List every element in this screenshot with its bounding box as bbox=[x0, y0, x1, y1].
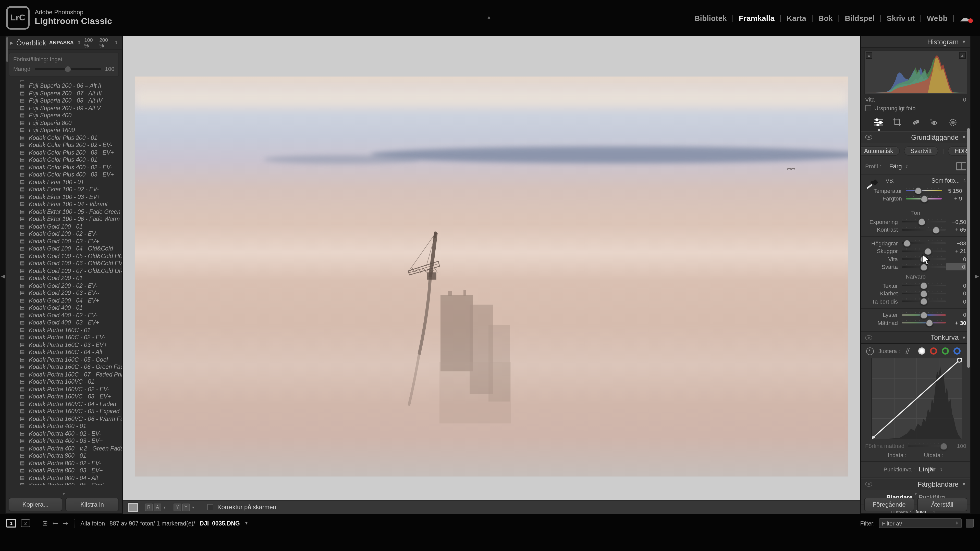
soft-proof-checkbox[interactable] bbox=[207, 504, 213, 510]
slider-value[interactable]: −0,50 bbox=[946, 219, 966, 225]
slider-value[interactable]: 5 150 bbox=[942, 188, 962, 194]
slider-track[interactable] bbox=[902, 293, 946, 294]
slider-track[interactable] bbox=[902, 251, 946, 252]
preset-item[interactable]: ▤ Kodak Gold 100 - 05 - Old&Cold HC bbox=[6, 252, 122, 260]
preset-item[interactable]: ▤ Kodak Color Plus 200 - 03 - EV+ bbox=[6, 149, 122, 156]
highlight-clipping-icon[interactable]: ▲ bbox=[959, 52, 966, 59]
shadow-clipping-icon[interactable]: ▲ bbox=[865, 52, 872, 59]
preset-item[interactable]: ▤ Fuji Superia 200 - 07 - Alt III bbox=[6, 89, 122, 97]
navigator-expand-icon[interactable]: ▶ bbox=[10, 40, 13, 45]
slider-thumb[interactable] bbox=[918, 219, 925, 226]
left-panel-collapse-icon[interactable]: ◀ bbox=[1, 273, 5, 279]
preset-item[interactable]: ▤ Kodak Portra 400 - 01 bbox=[6, 422, 122, 430]
panel-toggle-eye-icon[interactable] bbox=[865, 335, 872, 340]
slider-track[interactable] bbox=[902, 243, 946, 244]
preset-item[interactable]: ▤ Kodak Ektar 100 - 05 - Fade Green bbox=[6, 208, 122, 215]
preset-item[interactable]: ▤ Kodak Gold 100 - 03 - EV+ bbox=[6, 238, 122, 245]
slider-value[interactable]: + 21 bbox=[946, 248, 966, 254]
paste-button[interactable]: Klistra in bbox=[65, 498, 119, 511]
crop-tool-icon[interactable] bbox=[894, 118, 901, 127]
before-view-button[interactable]: R bbox=[145, 503, 153, 511]
chevron-down-icon[interactable]: ▼ bbox=[163, 505, 166, 509]
histogram-header[interactable]: Histogram ▼ bbox=[861, 36, 970, 48]
top-panel-collapse-icon[interactable]: ▲ bbox=[487, 14, 492, 20]
slider-track[interactable] bbox=[902, 266, 946, 268]
second-window-button[interactable]: 2 bbox=[21, 519, 30, 527]
slider-track[interactable] bbox=[902, 285, 946, 286]
targeted-adjustment-icon[interactable] bbox=[866, 347, 874, 355]
preset-item[interactable]: ▤ Kodak Color Plus 400 - 02 - EV- bbox=[6, 164, 122, 171]
slider-track[interactable] bbox=[902, 221, 946, 223]
slider-track[interactable] bbox=[906, 198, 942, 200]
left-scrollbar-thumb[interactable] bbox=[6, 37, 8, 62]
preset-item[interactable]: ▤ Kodak Gold 200 - 03 - EV-- bbox=[6, 289, 122, 297]
slider-thumb[interactable] bbox=[920, 290, 928, 297]
right-scrollbar-thumb[interactable] bbox=[967, 128, 970, 368]
module-tab[interactable]: Skriv ut bbox=[886, 14, 915, 22]
preset-item[interactable]: ▤ Fuji Superia 200 - 08 - Alt IV bbox=[6, 97, 122, 104]
after-view-button[interactable]: A bbox=[154, 503, 161, 511]
preset-item[interactable]: ▤ Kodak Ektar 100 - 02 - EV- bbox=[6, 186, 122, 193]
preset-item[interactable]: ▤ Kodak Portra 160C - 04 - Alt bbox=[6, 348, 122, 356]
profile-browser-icon[interactable] bbox=[956, 162, 966, 170]
preset-item[interactable]: ▤ Kodak Portra 800 - 02 - EV- bbox=[6, 459, 122, 467]
split-right-button[interactable]: Y bbox=[182, 503, 190, 511]
selected-filename[interactable]: DJI_0035.DNG bbox=[200, 520, 240, 526]
module-tab[interactable]: Bibliotek bbox=[694, 14, 727, 22]
preset-item[interactable]: ▤ Fuji Superia 200 - 09 - Alt V bbox=[6, 104, 122, 112]
preset-item[interactable]: ▤ Kodak Portra 160VC - 04 - Faded bbox=[6, 400, 122, 408]
next-photo-icon[interactable]: ➡ bbox=[63, 519, 68, 527]
slider-track[interactable] bbox=[902, 229, 946, 230]
module-tab[interactable]: Framkalla bbox=[739, 14, 775, 22]
point-curve-stepper-icon[interactable]: ⇕ bbox=[940, 467, 943, 472]
photo-preview[interactable]: DJI_0035.DNG 2019-12-02 14:35:56 5272 x … bbox=[135, 76, 848, 476]
point-curve-icon[interactable] bbox=[918, 348, 925, 354]
histogram-graph[interactable]: ▲ ▲ bbox=[864, 51, 967, 94]
preset-item[interactable]: ▤ Kodak Gold 200 - 04 - EV+ bbox=[6, 297, 122, 304]
right-panel-collapse-icon[interactable]: ▶ bbox=[975, 273, 979, 279]
panel-toggle-eye-icon[interactable] bbox=[865, 135, 872, 140]
preset-item[interactable]: ▤ Kodak Portra 800 - 03 - EV+ bbox=[6, 467, 122, 474]
preset-item[interactable]: ▤ Kodak Color Plus 400 - 01 bbox=[6, 156, 122, 164]
preset-item[interactable]: ▤ Fuji Superia 1600 bbox=[6, 127, 122, 134]
point-curve-value[interactable]: Linjär bbox=[919, 466, 935, 473]
preset-item[interactable]: ▤ Kodak Portra 400 - v.2 - Green Fade bbox=[6, 445, 122, 452]
preset-item[interactable]: ▤ Kodak Gold 100 - 01 bbox=[6, 223, 122, 230]
green-channel-icon[interactable] bbox=[942, 348, 949, 354]
slider-value[interactable]: 0 bbox=[946, 256, 966, 262]
module-tab[interactable]: Karta bbox=[787, 14, 806, 22]
slider-value[interactable]: 100 bbox=[946, 443, 966, 449]
preset-item[interactable]: ▤ Kodak Portra 160C - 01 bbox=[6, 326, 122, 333]
edit-tool-icon[interactable] bbox=[874, 118, 883, 127]
chevron-down-icon[interactable]: ▼ bbox=[245, 521, 248, 526]
preset-item[interactable]: ▤ Kodak Gold 400 - 02 - EV- bbox=[6, 311, 122, 319]
preset-item[interactable]: ▤ Kodak Gold 200 - 02 - EV- bbox=[6, 282, 122, 289]
preset-item[interactable]: ▤ Kodak Portra 160VC - 05 - Expired bbox=[6, 408, 122, 415]
red-eye-tool-icon[interactable] bbox=[930, 118, 939, 127]
preset-item[interactable]: ▤ Kodak Gold 100 - 02 - EV- bbox=[6, 230, 122, 238]
sync-cloud-icon[interactable]: ☁ bbox=[959, 13, 972, 23]
module-tab[interactable]: Bok bbox=[818, 14, 833, 22]
filter-dropdown[interactable]: Filter av ⇕ bbox=[879, 518, 962, 528]
preset-row-clipped[interactable]: ▤ ——————— bbox=[6, 79, 122, 82]
preset-item[interactable]: ▤ Kodak Portra 160VC - 03 - EV+ bbox=[6, 393, 122, 400]
chevron-down-icon[interactable]: ▼ bbox=[962, 39, 966, 44]
preset-item[interactable]: ▤ Fuji Superia 400 bbox=[6, 112, 122, 119]
slider-thumb[interactable] bbox=[920, 283, 928, 289]
profile-value[interactable]: Färg bbox=[889, 163, 902, 170]
wb-preset-value[interactable]: Som foto... bbox=[931, 178, 959, 184]
masking-tool-icon[interactable] bbox=[949, 118, 957, 128]
slider-value[interactable]: + 65 bbox=[946, 227, 966, 233]
healing-tool-icon[interactable] bbox=[912, 118, 920, 127]
chevron-down-icon[interactable]: ▼ bbox=[962, 135, 966, 140]
basic-panel-header[interactable]: Grundläggande ▼ bbox=[861, 131, 970, 143]
main-window-button[interactable]: 1 bbox=[6, 519, 16, 527]
filter-toggle-button[interactable] bbox=[966, 519, 974, 527]
preset-item[interactable]: ▤ Kodak Portra 800 - 01 bbox=[6, 452, 122, 459]
preset-item[interactable]: ▤ Kodak Ektar 100 - 03 - EV+ bbox=[6, 193, 122, 200]
chevron-down-icon[interactable]: ▼ bbox=[962, 335, 966, 340]
preset-item[interactable]: ▤ Kodak Gold 200 - 01 bbox=[6, 275, 122, 282]
auto-button[interactable]: Automatisk bbox=[861, 146, 900, 156]
slider-value[interactable]: + 9 bbox=[942, 196, 962, 202]
blue-channel-icon[interactable] bbox=[953, 348, 961, 354]
